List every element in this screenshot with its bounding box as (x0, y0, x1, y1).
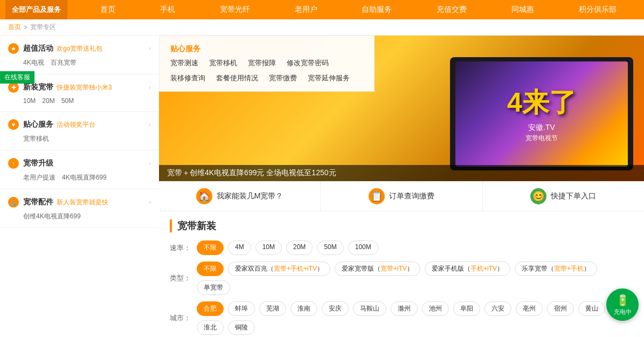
sidebar-sub-item[interactable]: 老用户提速 (23, 173, 56, 182)
type-filter-row: 类型： 不限爱家双百兆（宽带+手机+iTV）爱家宽带版（宽带+iTV）爱家手机版… (170, 262, 633, 295)
type-tag-1[interactable]: 爱家双百兆（宽带+手机+iTV） (228, 262, 330, 276)
nav-item-宽带光纤[interactable]: 宽带光纤 (214, 5, 255, 15)
city-tag-0[interactable]: 合肥 (197, 301, 224, 316)
sidebar-subs-accessories: 创维4K电视直降699 (0, 211, 159, 223)
speed-tag-1[interactable]: 4M (228, 240, 251, 255)
dropdown-item[interactable]: 宽带延伸服务 (308, 73, 350, 83)
speed-filter-label: 速率： (170, 243, 197, 253)
type-filter-tags: 不限爱家双百兆（宽带+手机+iTV）爱家宽带版（宽带+iTV）爱家手机版（手机+… (197, 262, 633, 295)
dropdown-item[interactable]: 宽带测速 (170, 58, 198, 68)
sidebar-header-super-value[interactable]: ★超值活动欢go宽带送礼包› (0, 40, 159, 57)
sidebar-subs-super-value: 4K电视百兆宽带 (0, 57, 159, 70)
speed-filter-row: 速率： 不限4M10M20M50M100M (170, 240, 633, 255)
speed-filter-tags: 不限4M10M20M50M100M (197, 240, 378, 255)
dropdown-item[interactable]: 修改宽带密码 (287, 58, 329, 68)
sidebar-sub-item[interactable]: 20M (42, 97, 54, 105)
banner-main-text: 4来了 (507, 85, 576, 121)
city-tag-1[interactable]: 蚌埠 (228, 301, 255, 316)
sidebar-title-upgrade: 宽带升级 (23, 159, 53, 168)
quick-link-icon-2: 😊 (530, 188, 546, 204)
city-tag-10[interactable]: 亳州 (516, 301, 543, 316)
quick-link-2[interactable]: 😊快捷下单入口 (483, 181, 644, 211)
type-tag-5[interactable]: 单宽带 (197, 280, 230, 295)
speed-tag-5[interactable]: 100M (348, 240, 378, 255)
dropdown-items: 宽带测速宽带移机宽带报障修改宽带密码装移修查询套餐使用情况宽带缴费宽带延伸服务 (170, 58, 363, 83)
all-products-button[interactable]: 全部产品及服务 (5, 0, 67, 19)
city-tag-6[interactable]: 滁州 (391, 301, 418, 316)
city-tag-5[interactable]: 马鞍山 (353, 301, 386, 316)
type-tag-0[interactable]: 不限 (197, 262, 224, 276)
dropdown-item[interactable]: 套餐使用情况 (216, 73, 258, 83)
quick-link-1[interactable]: 📋订单查询缴费 (321, 181, 482, 211)
city-tag-2[interactable]: 芜湖 (259, 301, 286, 316)
tv-illustration: 4来了 安徽.TV 宽带电视节 (450, 57, 633, 170)
sidebar-arrow-accessories: › (149, 198, 151, 206)
charging-badge[interactable]: 🔋 充电中 (606, 288, 639, 321)
sidebar-sub-item[interactable]: 10M (23, 97, 36, 105)
sidebar-title-care-service: 贴心服务 (23, 120, 53, 129)
dropdown-overlay: 贴心服务 宽带测速宽带移机宽带报障修改宽带密码装移修查询套餐使用情况宽带缴费宽带… (159, 36, 375, 92)
speed-tag-3[interactable]: 20M (286, 240, 313, 255)
charging-label: 充电中 (614, 308, 632, 316)
sidebar-tag-super-value: 欢go宽带送礼包 (57, 44, 102, 53)
nav-item-充值交费[interactable]: 充值交费 (431, 5, 472, 15)
dropdown-item[interactable]: 宽带报障 (248, 58, 276, 68)
sidebar-section-super-value: ★超值活动欢go宽带送礼包›4K电视百兆宽带 (0, 36, 159, 74)
nav-item-同城惠[interactable]: 同城惠 (506, 5, 539, 15)
type-tag-2[interactable]: 爱家宽带版（宽带+iTV） (335, 262, 420, 276)
sidebar-arrow-upgrade: › (149, 160, 151, 167)
dropdown-item[interactable]: 宽带移机 (209, 58, 237, 68)
city-tag-12[interactable]: 黄山 (578, 301, 605, 316)
quick-link-0[interactable]: 🏠我家能装几M宽带？ (159, 181, 321, 211)
city-tag-13[interactable]: 淮北 (197, 320, 224, 335)
breadcrumb-home[interactable]: 首页 (8, 23, 21, 32)
type-tag-4[interactable]: 乐享宽带（宽带+手机） (515, 262, 597, 276)
sidebar-sub-item[interactable]: 宽带移机 (23, 134, 49, 143)
nav-item-积分俱乐部[interactable]: 积分俱乐部 (573, 5, 622, 15)
breadcrumb: 首页 > 宽带专区 (8, 23, 56, 32)
sidebar-sub-item[interactable]: 4K电视 (23, 58, 44, 67)
city-filter-tags: 合肥蚌埠芜湖淮南安庆马鞍山滁州池州阜阳六安亳州宿州黄山淮北铜陵 (197, 301, 633, 335)
sidebar-icon-super-value: ★ (8, 43, 19, 54)
city-filter-label: 城市： (170, 313, 197, 323)
right-content: 4来了 安徽.TV 宽带电视节 贴心服务 宽带测速宽带移机宽带报障修改宽带密码装… (159, 36, 644, 337)
city-tag-11[interactable]: 宿州 (547, 301, 574, 316)
city-tag-3[interactable]: 淮南 (290, 301, 317, 316)
sidebar-subs-upgrade: 老用户提速4K电视直降699 (0, 172, 159, 184)
sidebar-header-upgrade[interactable]: ↑宽带升级› (0, 155, 159, 172)
sidebar-sub-item[interactable]: 4K电视直降699 (62, 173, 107, 182)
sidebar-section-care-service: ♥贴心服务活动领奖平台›宽带移机 (0, 112, 159, 150)
quick-link-icon-1: 📋 (369, 188, 385, 204)
city-tag-9[interactable]: 六安 (484, 301, 511, 316)
sidebar-icon-care-service: ♥ (8, 119, 19, 130)
nav-item-首页[interactable]: 首页 (95, 5, 121, 15)
sidebar-sub-item[interactable]: 50M (61, 97, 74, 105)
sidebar-sub-item[interactable]: 百兆宽带 (51, 58, 77, 67)
city-tag-14[interactable]: 铜陵 (228, 320, 255, 335)
dropdown-item[interactable]: 装移修查询 (170, 73, 205, 83)
section-title-broadband: 宽带新装 (170, 219, 633, 232)
sidebar-header-care-service[interactable]: ♥贴心服务活动领奖平台› (0, 116, 159, 133)
type-tag-3[interactable]: 爱家手机版（手机+iTV） (425, 262, 510, 276)
quick-link-text-0: 我家能装几M宽带？ (217, 191, 283, 201)
quick-link-text-1: 订单查询缴费 (389, 191, 434, 201)
dropdown-item[interactable]: 宽带缴费 (269, 73, 297, 83)
top-navigation: 全部产品及服务 首页手机宽带光纤老用户自助服务充值交费同城惠积分俱乐部 (0, 0, 644, 19)
city-tag-8[interactable]: 阜阳 (453, 301, 480, 316)
sidebar-tag-accessories: 新人装宽带就是快 (57, 198, 108, 207)
nav-item-手机[interactable]: 手机 (155, 5, 181, 15)
nav-item-老用户[interactable]: 老用户 (289, 5, 323, 15)
speed-tag-2[interactable]: 10M (255, 240, 282, 255)
speed-tag-0[interactable]: 不限 (197, 240, 224, 255)
city-tag-7[interactable]: 池州 (422, 301, 449, 316)
second-bar: 首页 > 宽带专区 (0, 19, 644, 36)
online-customer-badge[interactable]: 在线客服 (0, 71, 34, 84)
sidebar-header-accessories[interactable]: ⚓宽带配件新人装宽带就是快› (0, 194, 159, 211)
dropdown-title: 贴心服务 (170, 44, 363, 54)
type-filter-label: 类型： (170, 273, 197, 283)
city-tag-4[interactable]: 安庆 (322, 301, 349, 316)
speed-tag-4[interactable]: 50M (317, 240, 343, 255)
nav-item-自助服务[interactable]: 自助服务 (356, 5, 397, 15)
breadcrumb-current: 宽带专区 (30, 23, 56, 32)
sidebar-sub-item[interactable]: 创维4K电视直降699 (23, 212, 81, 221)
